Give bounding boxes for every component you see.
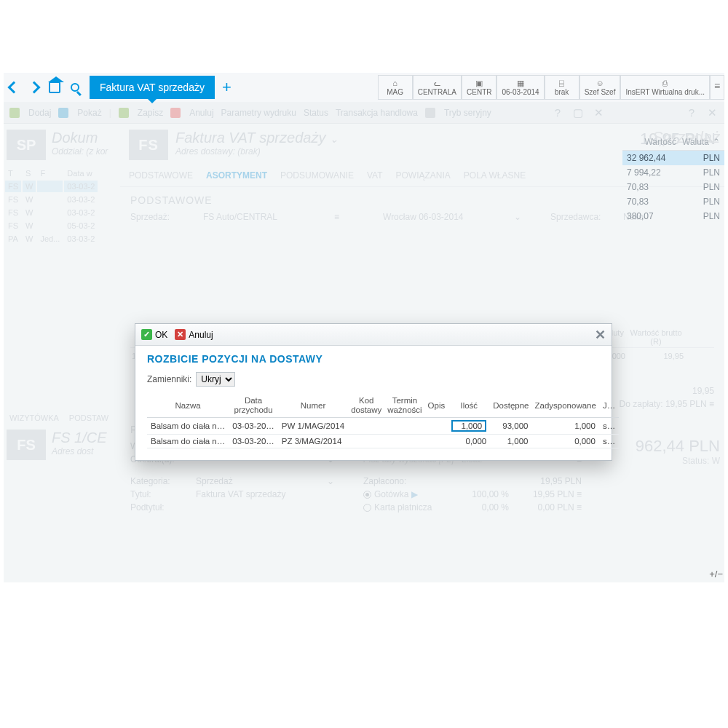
zamienniki-select[interactable]: Ukryj [196, 372, 235, 387]
delivery-row[interactable]: Balsam do ciała n…03-03-20…PW 1/MAG/2014… [147, 418, 619, 435]
right-row[interactable]: 32 962,44PLN [622, 151, 724, 165]
right-row[interactable]: 70,83PLN [622, 194, 724, 209]
right-row[interactable]: 7 994,22PLN [622, 165, 724, 180]
dialog-close-icon[interactable]: ✕ [595, 327, 606, 343]
zoom-indicator[interactable]: +/− [709, 569, 723, 579]
pill-centr[interactable]: ▣CENTR [462, 75, 496, 100]
pill-centrala[interactable]: ᓚCENTRALA [413, 75, 462, 100]
dialog-title: ROZBICIE POZYCJI NA DOSTAWY [147, 353, 600, 365]
delivery-row[interactable]: Balsam do ciała n…03-03-20…PZ 3/MAG/2014… [147, 435, 619, 448]
search-icon[interactable] [66, 79, 84, 96]
back-icon[interactable] [5, 79, 23, 96]
dialog-ok-button[interactable]: ✓OK [141, 329, 167, 340]
pill-user[interactable]: ☺Szef Szef [579, 75, 621, 100]
pill-mag[interactable]: ⌂MAG [378, 75, 413, 100]
right-row[interactable]: 70,83PLN [622, 180, 724, 194]
ilosc-input[interactable]: 1,000 [451, 420, 486, 432]
delivery-table: Nazwa Data przychodu Numer Kod dostawy T… [147, 394, 619, 448]
delivery-split-dialog: ✓OK ✕Anuluj ✕ ROZBICIE POZYCJI NA DOSTAW… [135, 323, 612, 461]
pill-brak[interactable]: ⌸brak [545, 75, 579, 100]
right-values-panel: WartośćWaluta⌃ 32 962,44PLN 7 994,22PLN … [622, 134, 724, 223]
menu-icon[interactable]: ≡ [710, 75, 724, 100]
zamienniki-label: Zamienniki: [147, 374, 191, 384]
pill-printer[interactable]: ⎙InsERT Wirtualna druk... [620, 75, 710, 100]
pill-date[interactable]: ▦06-03-2014 [496, 75, 544, 100]
tab-active[interactable]: Faktura VAT sprzedaży [90, 76, 215, 99]
forward-icon[interactable] [25, 79, 43, 96]
dialog-cancel-button[interactable]: ✕Anuluj [175, 329, 213, 340]
top-nav: Faktura VAT sprzedaży + ⌂MAG ᓚCENTRALA ▣… [4, 73, 724, 102]
new-tab-button[interactable]: + [215, 78, 239, 97]
status-pills: ⌂MAG ᓚCENTRALA ▣CENTR ▦06-03-2014 ⌸brak … [378, 75, 724, 100]
home-icon[interactable] [46, 79, 63, 96]
right-row[interactable]: 380,07PLN [622, 209, 724, 223]
